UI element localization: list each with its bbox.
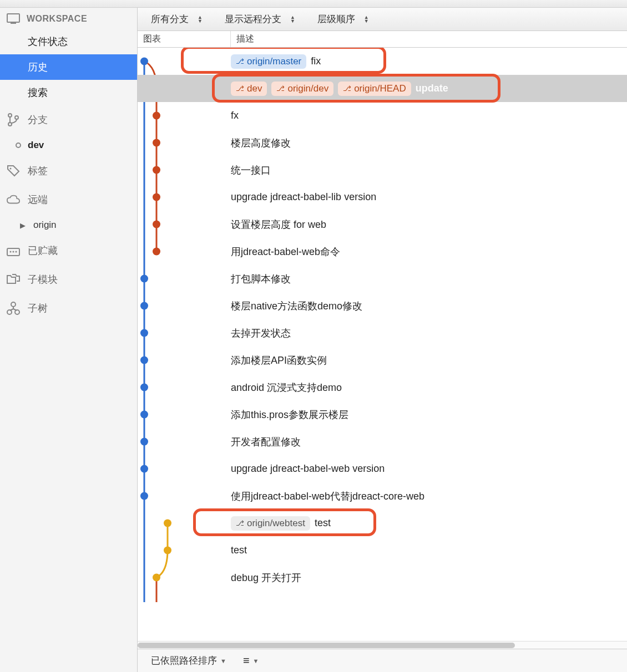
commit-row[interactable]: 使用jdreact-babel-web代替jdreact-core-web [138,482,627,510]
desc-cell: 用jdreact-babel-web命令 [231,245,627,258]
subtrees-label: 子树 [28,302,48,315]
commit-row[interactable]: 楼层高度修改 [138,129,627,156]
commit-list[interactable]: ⎇origin/masterfix⎇dev⎇origin/dev⎇origin/… [138,48,627,641]
desc-cell: 开发者配置修改 [231,435,627,449]
filter-all-branches[interactable]: 所有分支 ▲▼ [151,13,203,26]
main-container: WORKSPACE 文件状态 历史 搜索 分支 dev 标签 [0,8,627,672]
stashes-header[interactable]: 已贮藏 [0,236,137,265]
commit-row[interactable]: debug 开关打开 [138,564,627,591]
svg-point-5 [10,168,12,170]
scrollbar-thumb[interactable] [138,643,515,648]
filter-show-remote[interactable]: 显示远程分支 ▲▼ [225,13,295,26]
commit-row[interactable]: 添加楼层API函数实例 [138,347,627,374]
graph-cell [138,184,231,211]
commit-row[interactable]: 去掉开发状态 [138,319,627,347]
graph-cell [138,129,231,156]
desc-cell: test [231,544,627,556]
sidebar-item-label: 搜索 [28,86,48,99]
desc-cell: 楼层高度修改 [231,136,627,150]
graph-cell [138,48,231,75]
svg-point-3 [8,123,12,126]
workspace-header[interactable]: WORKSPACE [0,8,137,29]
commit-row[interactable]: upgrade jdreact-babel-web version [138,455,627,482]
horizontal-scrollbar[interactable] [138,641,627,649]
commit-row[interactable]: 设置楼层高度 for web [138,211,627,238]
branch-tag[interactable]: ⎇origin/HEAD [338,82,411,96]
branch-tag-label: dev [247,83,262,94]
sidebar-item-search[interactable]: 搜索 [0,80,137,105]
graph-cell [138,401,231,428]
commit-message: 楼层高度修改 [231,136,291,150]
filter-label: 所有分支 [151,13,189,26]
remotes-header[interactable]: 远端 [0,185,137,214]
chevron-right-icon: ▶ [20,221,26,230]
branch-tag-label: origin/master [247,56,301,67]
branch-icon: ⎇ [343,84,351,93]
branch-tag-label: origin/HEAD [354,83,406,94]
stepper-icon: ▲▼ [290,16,295,23]
column-header-graph[interactable]: 图表 [138,31,231,47]
commit-message: update [416,83,448,94]
graph-cell [138,265,231,292]
desc-cell: fx [231,110,627,121]
chevron-down-icon: ▼ [220,658,226,664]
submodules-header[interactable]: 子模块 [0,265,137,294]
list-icon: ≡ [243,654,250,667]
commit-row[interactable]: 打包脚本修改 [138,265,627,292]
commit-message: 统一接口 [231,164,271,177]
desc-cell: 使用jdreact-babel-web代替jdreact-core-web [231,490,627,503]
commit-row[interactable]: ⎇origin/masterfix [138,48,627,75]
branch-item-dev[interactable]: dev [0,134,137,156]
workspace-icon [7,13,20,24]
sidebar-item-file-status[interactable]: 文件状态 [0,29,137,54]
commit-message: test [231,544,247,556]
sidebar-item-label: 历史 [28,60,48,74]
branch-tag[interactable]: ⎇origin/master [231,54,306,69]
commit-row[interactable]: 统一接口 [138,156,627,184]
branch-name: dev [28,140,44,151]
graph-cell [138,510,231,537]
commit-row[interactable]: 用jdreact-babel-web命令 [138,238,627,265]
sort-dropdown[interactable]: 已依照路径排序 ▼ [151,654,226,667]
toolbar-stub [0,0,627,8]
commit-row[interactable]: 楼层native方法函数demo修改 [138,292,627,319]
commit-message: upgrade jdreact-babel-web version [231,463,385,475]
graph-cell [138,374,231,401]
submodule-icon [7,273,20,286]
workspace-label: WORKSPACE [27,14,87,24]
commit-row[interactable]: ⎇dev⎇origin/dev⎇origin/HEADupdate [138,75,627,102]
commit-row[interactable]: 添加this.pros参数展示楼层 [138,401,627,428]
desc-cell: upgrade jdreact-babel-lib version [231,191,627,203]
content-area: 所有分支 ▲▼ 显示远程分支 ▲▼ 层级顺序 ▲▼ 图表 描述 ⎇origin/… [138,8,627,672]
tags-header[interactable]: 标签 [0,156,137,185]
subtree-icon [7,302,20,315]
branches-header[interactable]: 分支 [0,105,137,134]
graph-cell [138,482,231,510]
remote-origin-item[interactable]: ▶ origin [0,214,137,236]
commit-row[interactable]: 开发者配置修改 [138,428,627,455]
commit-row[interactable]: ⎇origin/webtesttest [138,510,627,537]
svg-rect-0 [7,14,19,22]
branch-tag[interactable]: ⎇origin/dev [271,82,333,96]
filter-order[interactable]: 层级顺序 ▲▼ [317,13,369,26]
commit-row[interactable]: fx [138,102,627,129]
sidebar: WORKSPACE 文件状态 历史 搜索 分支 dev 标签 [0,8,138,672]
graph-cell [138,319,231,347]
column-header-desc[interactable]: 描述 [231,31,627,47]
subtrees-header[interactable]: 子树 [0,294,137,323]
commit-row[interactable]: test [138,537,627,564]
branch-tag[interactable]: ⎇origin/webtest [231,516,310,531]
commit-message: 楼层native方法函数demo修改 [231,299,362,313]
bottom-bar: 已依照路径排序 ▼ ≡ ▼ [138,649,627,672]
commit-row[interactable]: upgrade jdreact-babel-lib version [138,184,627,211]
commit-row[interactable]: android 沉浸式支持demo [138,374,627,401]
desc-cell: 添加楼层API函数实例 [231,354,627,367]
graph-cell [138,238,231,265]
view-options-dropdown[interactable]: ≡ ▼ [243,654,259,667]
branch-tag[interactable]: ⎇dev [231,82,267,96]
graph-cell [138,292,231,319]
svg-point-8 [13,251,14,253]
graph-cell [138,537,231,564]
sidebar-item-history[interactable]: 历史 [0,54,137,80]
current-branch-bullet-icon [16,142,21,148]
